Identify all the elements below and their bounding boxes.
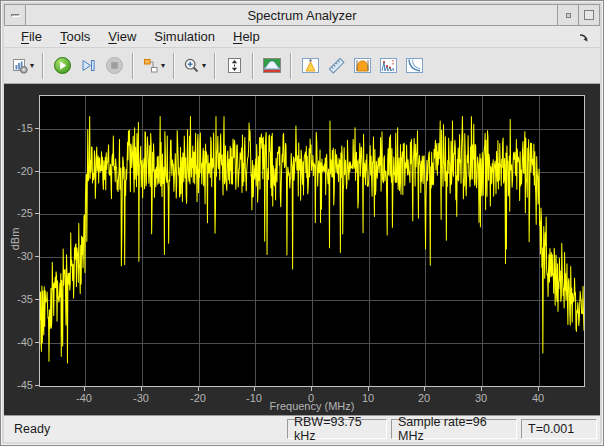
- x-tick-label: -30: [119, 392, 163, 404]
- spectrum-canvas[interactable]: [40, 96, 584, 386]
- y-tick-mark: [35, 299, 39, 300]
- source-options-caret-icon: ▾: [161, 62, 165, 70]
- y-tick-mark: [35, 256, 39, 257]
- x-tick-mark: [481, 387, 482, 391]
- stop-button[interactable]: [101, 53, 127, 79]
- y-tick-label: -15: [4, 122, 33, 134]
- peak-finder-icon: [301, 56, 320, 75]
- spectrum-settings-button[interactable]: ▾: [8, 53, 37, 79]
- x-tick-label: -40: [62, 392, 106, 404]
- x-tick-mark: [368, 387, 369, 391]
- toolbar-separator: [252, 53, 254, 79]
- scale-y-axis-icon: [225, 56, 244, 75]
- channel-measurements-button[interactable]: [349, 53, 375, 79]
- channel-measurements-icon: [353, 56, 372, 75]
- zoom-in-icon: [183, 57, 201, 75]
- status-sample-rate: Sample rate=96 MHz: [391, 419, 517, 439]
- step-forward-icon: [79, 56, 98, 75]
- menu-file[interactable]: File: [12, 28, 51, 45]
- x-tick-mark: [198, 387, 199, 391]
- spectrum-analyzer-window: Spectrum Analyzer File Tools View Simula…: [0, 0, 604, 446]
- y-tick-mark: [35, 171, 39, 172]
- y-tick-mark: [35, 213, 39, 214]
- y-tick-label: -25: [4, 207, 33, 219]
- toolbar-separator: [290, 53, 292, 79]
- status-ready: Ready: [14, 422, 283, 436]
- axes-area[interactable]: [39, 95, 585, 387]
- plot-panel: dBm Frequency (MHz) -15-20-25-30-35-40-4…: [4, 84, 600, 415]
- y-tick-label: -20: [4, 165, 33, 177]
- source-options-button[interactable]: ▾: [139, 53, 168, 79]
- x-tick-mark: [141, 387, 142, 391]
- menu-view[interactable]: View: [99, 28, 145, 45]
- menu-help[interactable]: Help: [224, 28, 269, 45]
- dock-arrow-icon[interactable]: [578, 31, 590, 43]
- x-tick-label: -10: [232, 392, 276, 404]
- run-button[interactable]: [49, 53, 75, 79]
- toolbar-separator: [132, 53, 134, 79]
- ccdf-icon: [405, 56, 424, 75]
- ruler-icon: [327, 56, 346, 75]
- distortion-measurements-button[interactable]: [375, 53, 401, 79]
- ccdf-measurements-button[interactable]: [401, 53, 427, 79]
- x-tick-mark: [254, 387, 255, 391]
- window-title: Spectrum Analyzer: [5, 5, 599, 25]
- x-tick-mark: [84, 387, 85, 391]
- y-tick-mark: [35, 385, 39, 386]
- distortion-measurements-icon: [379, 56, 398, 75]
- status-bar: Ready RBW=93.75 kHz Sample rate=96 MHz T…: [4, 415, 600, 442]
- spectrum-spectrogram-button[interactable]: [259, 53, 285, 79]
- x-tick-label: 40: [516, 392, 560, 404]
- title-bar: Spectrum Analyzer: [4, 4, 600, 26]
- x-tick-label: 10: [346, 392, 390, 404]
- x-tick-label: 0: [289, 392, 333, 404]
- x-tick-mark: [424, 387, 425, 391]
- spectrum-settings-caret-icon: ▾: [30, 62, 34, 70]
- x-tick-label: 20: [402, 392, 446, 404]
- status-rbw: RBW=93.75 kHz: [287, 419, 387, 439]
- y-tick-label: -40: [4, 336, 33, 348]
- toolbar-separator: [214, 53, 216, 79]
- x-tick-mark: [311, 387, 312, 391]
- zoom-in-caret-icon: ▾: [202, 62, 206, 70]
- toolbar-separator: [42, 53, 44, 79]
- toolbar-separator: [173, 53, 175, 79]
- peak-finder-button[interactable]: [297, 53, 323, 79]
- step-forward-button[interactable]: [75, 53, 101, 79]
- x-tick-label: -20: [176, 392, 220, 404]
- stop-icon: [105, 56, 124, 75]
- menu-simulation[interactable]: Simulation: [145, 28, 224, 45]
- source-blocks-icon: [142, 57, 160, 75]
- play-icon: [53, 56, 72, 75]
- spectrum-view-icon: [262, 56, 282, 75]
- menu-bar: File Tools View Simulation Help: [4, 26, 600, 47]
- y-tick-label: -30: [4, 250, 33, 262]
- spectrum-settings-icon: [11, 57, 29, 75]
- scale-y-axis-button[interactable]: [221, 53, 247, 79]
- y-tick-label: -45: [4, 379, 33, 391]
- y-tick-mark: [35, 128, 39, 129]
- y-tick-label: -35: [4, 293, 33, 305]
- zoom-in-button[interactable]: ▾: [180, 53, 209, 79]
- toolbar: ▾: [4, 47, 600, 84]
- x-tick-mark: [538, 387, 539, 391]
- status-sim-time: T=0.001: [521, 419, 597, 439]
- menu-tools[interactable]: Tools: [51, 28, 99, 45]
- x-tick-label: 30: [459, 392, 503, 404]
- cursor-measurements-button[interactable]: [323, 53, 349, 79]
- y-tick-mark: [35, 342, 39, 343]
